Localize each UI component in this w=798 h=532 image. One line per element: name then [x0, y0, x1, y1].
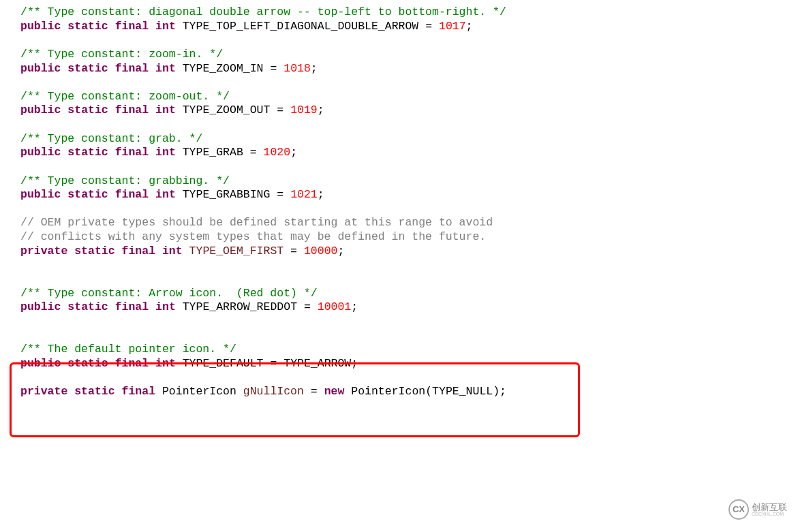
code-block: /** Type constant: diagonal double arrow…	[0, 0, 798, 405]
code-line: private static final PointerIcon gNullIc…	[20, 385, 798, 399]
code-line	[20, 160, 798, 174]
code-line: public static final int TYPE_GRAB = 1020…	[20, 146, 798, 160]
code-line: // OEM private types should be defined s…	[20, 216, 798, 230]
code-line: public static final int TYPE_ZOOM_IN = 1…	[20, 62, 798, 76]
code-line: /** Type constant: grabbing. */	[20, 174, 798, 189]
code-line: /** Type constant: zoom-in. */	[20, 48, 798, 62]
code-line: /** Type constant: zoom-out. */	[20, 90, 798, 104]
watermark: CX 创新互联 CDCXHL.COM	[728, 499, 787, 520]
code-line: public static final int TYPE_ARROW_REDDO…	[20, 300, 798, 315]
code-line: public static final int TYPE_TOP_LEFT_DI…	[20, 20, 798, 34]
code-line: public static final int TYPE_GRABBING = …	[20, 188, 798, 202]
code-line	[20, 315, 798, 329]
code-line	[20, 76, 798, 90]
code-line	[20, 371, 798, 385]
watermark-logo-icon: CX	[728, 499, 749, 520]
code-line	[20, 272, 798, 287]
code-line: private static final int TYPE_OEM_FIRST …	[20, 245, 798, 259]
code-line	[20, 258, 798, 272]
code-line	[20, 202, 798, 217]
watermark-sub: CDCXHL.COM	[752, 512, 787, 516]
code-line: /** Type constant: Arrow icon. (Red dot)…	[20, 287, 798, 301]
code-line: /** Type constant: diagonal double arrow…	[20, 5, 798, 20]
code-line	[20, 33, 798, 48]
code-line	[20, 118, 798, 132]
code-line: public static final int TYPE_ZOOM_OUT = …	[20, 104, 798, 118]
code-line: // conflicts with any system types that …	[20, 230, 798, 245]
watermark-brand: 创新互联	[752, 503, 787, 512]
code-line: /** The default pointer icon. */	[20, 343, 798, 357]
code-line	[20, 328, 798, 343]
code-line: public static final int TYPE_DEFAULT = T…	[20, 357, 798, 371]
code-line: /** Type constant: grab. */	[20, 132, 798, 146]
